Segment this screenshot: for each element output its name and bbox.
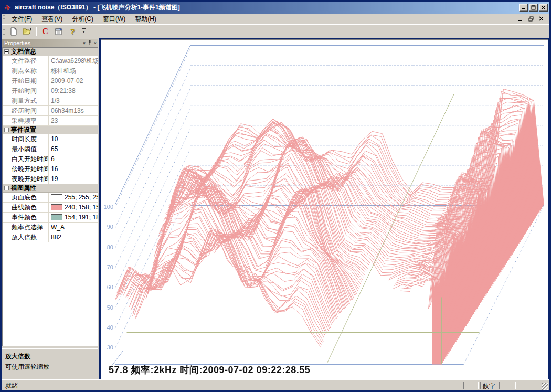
- toolbar: C? ▾: [2, 24, 549, 38]
- section-title: 事件设置: [11, 125, 36, 134]
- properties-panel-title: Properties: [4, 40, 30, 46]
- property-label: 经历时间: [3, 106, 49, 115]
- property-value: 06h34m13s: [49, 106, 98, 115]
- property-description-box: 放大倍数 可使用滚轮缩放: [2, 348, 98, 379]
- property-value[interactable]: 240; 158; 158: [49, 203, 98, 212]
- property-value[interactable]: 10: [49, 134, 98, 144]
- toolbar-buttons: C?: [7, 26, 79, 37]
- panel-close-icon[interactable]: ×: [94, 41, 97, 46]
- property-row: 页面底色255; 255; 255: [3, 193, 98, 203]
- property-value[interactable]: 19: [49, 174, 98, 184]
- resize-grip[interactable]: [542, 383, 548, 390]
- status-ready-text: 就绪: [5, 382, 18, 390]
- property-label: 曲线颜色: [3, 203, 49, 212]
- property-value[interactable]: 255; 255; 255: [49, 193, 98, 202]
- collapse-minus-icon[interactable]: [4, 128, 9, 132]
- property-label: 开始时间: [3, 86, 49, 96]
- property-row: 傍晚开始时间16: [3, 164, 98, 174]
- y-tick-label-80: 80: [101, 245, 113, 250]
- properties-icon: [55, 27, 63, 36]
- property-value: 2009-07-02: [49, 76, 98, 86]
- property-label: 文件路径: [3, 56, 49, 66]
- section-header-0[interactable]: 文档信息: [3, 48, 98, 56]
- property-label: 白天开始时间: [3, 154, 49, 164]
- c-analysis-icon: C: [42, 27, 48, 36]
- section-title: 文档信息: [11, 47, 36, 56]
- property-label: 事件颜色: [3, 213, 49, 222]
- menu-item-H[interactable]: 帮助(H): [130, 14, 161, 24]
- toolbar-separator: [36, 27, 37, 36]
- property-row: 开始日期2009-07-02: [3, 76, 98, 86]
- property-value[interactable]: 65: [49, 144, 98, 154]
- panel-menu-chevron-icon[interactable]: ▾: [83, 41, 86, 46]
- properties-panel-caption[interactable]: Properties ▾ ×: [2, 39, 98, 47]
- property-description-text: 可使用滚轮缩放: [5, 363, 95, 372]
- property-value[interactable]: 882: [49, 232, 98, 242]
- color-swatch[interactable]: [51, 194, 62, 200]
- menu-grip-handle[interactable]: [3, 15, 5, 23]
- mdi-restore-button[interactable]: [527, 16, 535, 23]
- close-button[interactable]: [539, 4, 548, 12]
- property-row: 采样频率23: [3, 116, 98, 126]
- mdi-close-button[interactable]: [538, 16, 545, 23]
- property-label: 最小阈值: [3, 144, 49, 154]
- y-tick-label-50: 50: [101, 305, 113, 311]
- toolbar-grip-handle[interactable]: [3, 28, 5, 35]
- property-row: 曲线颜色240; 158; 158: [3, 203, 98, 213]
- c-analysis-button[interactable]: C: [39, 26, 51, 37]
- property-row: 文件路径C:\awa6298\机场: [3, 56, 98, 66]
- window-title: aircraft noise（ISO3891） - [飞机噪声分析1-事件1频谱…: [15, 3, 180, 12]
- property-row: 经历时间06h34m13s: [3, 106, 98, 116]
- property-label: 傍晚开始时间: [3, 164, 49, 174]
- menu-item-V[interactable]: 查看(V): [37, 14, 67, 24]
- new-document-button[interactable]: [7, 26, 20, 37]
- property-value[interactable]: 6: [49, 154, 98, 164]
- property-value[interactable]: W_A: [49, 223, 98, 232]
- section-header-1[interactable]: 事件设置: [3, 126, 98, 134]
- property-value[interactable]: 16: [49, 164, 98, 174]
- menu-items: 文件(F)查看(V)分析(C)窗口(W)帮助(H): [7, 15, 161, 24]
- menu-item-C[interactable]: 分析(C): [67, 14, 98, 24]
- app-airplane-icon[interactable]: ✈: [2, 2, 14, 14]
- help-button[interactable]: ?: [66, 26, 79, 37]
- property-row: 测点名称栎社机场: [3, 66, 98, 76]
- toolbar-overflow-button[interactable]: ▾: [80, 26, 87, 37]
- y-tick-label-70: 70: [101, 264, 113, 270]
- property-value[interactable]: 154; 191; 182: [49, 213, 98, 222]
- section-header-2[interactable]: 视图属性: [3, 184, 98, 193]
- collapse-minus-icon[interactable]: [4, 49, 9, 54]
- open-file-button[interactable]: [21, 26, 34, 37]
- maximize-button[interactable]: [529, 4, 538, 12]
- minimize-button[interactable]: [519, 4, 528, 12]
- property-value: 1/3: [49, 96, 98, 105]
- status-pane-数字: 数字: [480, 382, 497, 389]
- property-label: 开始日期: [3, 76, 49, 86]
- title-bar[interactable]: ✈ aircraft noise（ISO3891） - [飞机噪声分析1-事件1…: [2, 2, 549, 14]
- waterfall-spectrum-canvas[interactable]: [101, 40, 547, 378]
- property-row: 测量方式1/3: [3, 96, 98, 106]
- mdi-minimize-button[interactable]: [517, 16, 524, 23]
- status-pane-empty-2: [499, 382, 516, 389]
- menu-item-F[interactable]: 文件(F): [7, 14, 37, 24]
- properties-button[interactable]: [52, 26, 65, 37]
- property-row: 夜晚开始时间19: [3, 174, 98, 184]
- property-row: 最小阈值65: [3, 144, 98, 154]
- y-tick-label-90: 90: [101, 224, 113, 230]
- property-label: 时间长度: [3, 134, 49, 144]
- property-row: 事件颜色154; 191; 182: [3, 213, 98, 223]
- y-tick-label-100: 100: [101, 204, 113, 210]
- color-swatch[interactable]: [51, 204, 62, 210]
- panel-pin-icon[interactable]: [88, 40, 92, 46]
- open-folder-icon: [23, 27, 32, 35]
- status-pane-empty-0: [463, 382, 479, 389]
- y-tick-label-30: 30: [101, 345, 113, 351]
- property-row: 开始时间09:21:38: [3, 86, 98, 96]
- menu-item-W[interactable]: 窗口(W): [98, 14, 130, 24]
- property-value: 23: [49, 116, 98, 125]
- collapse-minus-icon[interactable]: [4, 186, 9, 190]
- color-swatch[interactable]: [51, 214, 62, 220]
- property-row: 时间长度10: [3, 134, 98, 144]
- window-controls: [519, 4, 549, 12]
- cursor-readout-text: 57.8 频率:2kHz 时间:2009-07-02 09:22:28.55: [109, 364, 310, 376]
- property-row: 频率点选择W_A: [3, 223, 98, 232]
